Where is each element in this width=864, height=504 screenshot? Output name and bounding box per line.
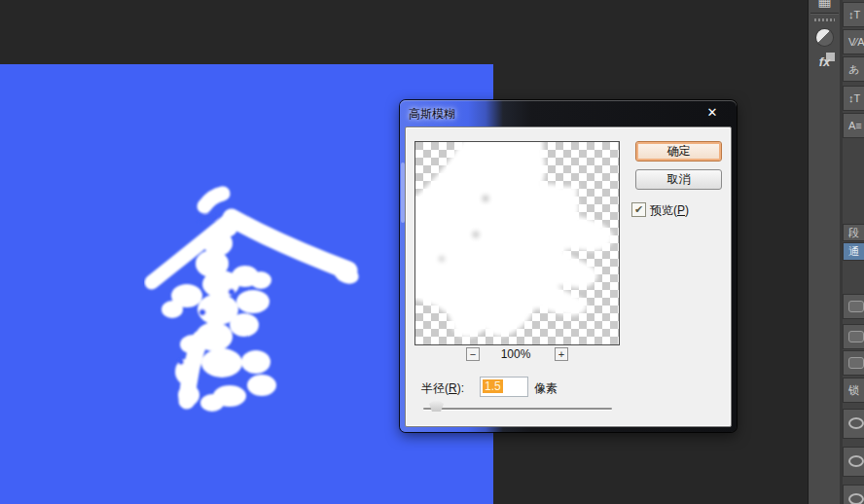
ok-button[interactable]: 确定 — [635, 141, 722, 162]
preview-checkbox[interactable]: ✔ — [631, 202, 646, 217]
layer-row[interactable] — [843, 447, 864, 477]
layer-row[interactable] — [843, 409, 864, 439]
layer-styles-fx-icon[interactable]: fx — [814, 54, 835, 69]
dock-divider — [810, 13, 839, 14]
blur-preview[interactable] — [414, 141, 620, 345]
dialog-title: 高斯模糊 — [409, 106, 455, 123]
radius-slider-thumb[interactable] — [429, 399, 444, 412]
preview-checkbox-label[interactable]: 预览(P) — [650, 202, 689, 219]
radius-unit-label: 像素 — [534, 380, 558, 397]
panel-dock-strip: ▦ fx — [808, 0, 842, 504]
close-button[interactable]: ✕ — [702, 103, 723, 122]
character-layers-panel-cropped: ↕T V⁄A あ ↕T A≡ 段 通 锁 — [843, 0, 864, 504]
kerning-control[interactable]: V⁄A — [843, 29, 864, 54]
radius-slider-track[interactable] — [423, 408, 612, 410]
eye-icon[interactable] — [848, 417, 864, 429]
radius-label: 半径(R): — [421, 380, 464, 397]
fill-row[interactable] — [843, 350, 864, 376]
dialog-body: − 100% + 半径(R): 1.5 像素 确定 取消 ✔ 预览(P) — [405, 126, 732, 427]
blend-box-icon — [848, 301, 864, 312]
lock-row[interactable]: 锁 — [843, 378, 864, 403]
radius-input[interactable]: 1.5 — [480, 377, 528, 397]
blend-mode-row[interactable] — [843, 294, 864, 319]
selected-input-text: 1.5 — [483, 379, 503, 393]
leading-control[interactable]: ↕T — [843, 86, 864, 111]
opacity-row[interactable] — [843, 324, 864, 349]
grid-panel-icon[interactable]: ▦ — [814, 0, 835, 8]
font-size-control[interactable]: ↕T — [843, 2, 864, 27]
eye-icon[interactable] — [848, 493, 864, 504]
dialog-titlebar[interactable]: 高斯模糊 ✕ — [400, 100, 737, 126]
photoshop-workspace: ▦ fx ↕T V⁄A あ ↕T A≡ 段 通 锁 高斯模糊 ✕ — [0, 0, 864, 504]
zoom-out-button[interactable]: − — [466, 347, 480, 361]
zoom-level: 100% — [482, 347, 550, 361]
zoom-in-button[interactable]: + — [555, 347, 568, 361]
layer-row[interactable] — [843, 485, 864, 504]
selected-panel-row[interactable]: 通 — [843, 242, 864, 261]
fill-box-icon — [848, 357, 864, 369]
adjustments-panel-icon[interactable] — [816, 29, 833, 46]
gaussian-blur-dialog: 高斯模糊 ✕ — [400, 100, 737, 432]
opacity-box-icon — [848, 331, 864, 342]
eye-icon[interactable] — [848, 455, 864, 467]
dock-drag-handle[interactable] — [814, 18, 835, 21]
preview-image — [415, 142, 619, 344]
canvas-artwork-xin-character — [144, 162, 378, 424]
tracking-control[interactable]: A≡ — [843, 113, 864, 138]
panel-tab[interactable]: 段 — [843, 224, 864, 241]
antialias-control[interactable]: あ — [843, 56, 864, 82]
cancel-button[interactable]: 取消 — [635, 169, 722, 190]
